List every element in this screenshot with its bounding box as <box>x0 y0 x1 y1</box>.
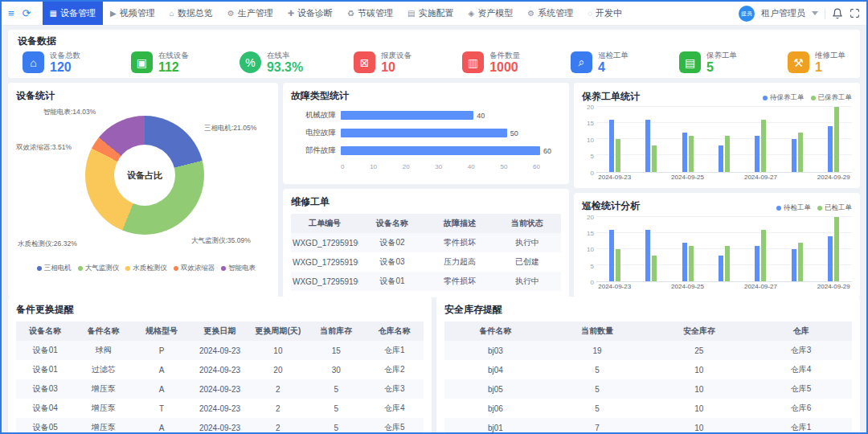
legend-item[interactable]: 已保养工单 <box>811 93 853 103</box>
avatar[interactable]: 提员 <box>739 6 755 22</box>
refresh-icon[interactable]: ⟳ <box>23 7 31 19</box>
table-cell: 零件损坏 <box>426 233 493 252</box>
table-cell: 5 <box>547 379 649 399</box>
kpi-card: ⌂设备总数120 <box>23 51 80 75</box>
table-cell: 2024-09-23 <box>190 399 248 418</box>
collapse-menu-icon[interactable]: ≡ <box>8 7 14 19</box>
fault-chart-title: 故障类型统计 <box>291 89 561 103</box>
legend-dot <box>78 266 83 271</box>
scrapped-device-icon: ⊠ <box>354 51 375 73</box>
table-cell: 设备05 <box>16 418 74 434</box>
table-cell: 19 <box>547 341 649 360</box>
kpi-value: 112 <box>158 61 189 75</box>
table-header-cell: 仓库 <box>750 321 852 341</box>
table-cell: 压力超高 <box>426 252 493 272</box>
legend-label: 已保养工单 <box>818 93 853 103</box>
table-cell: bj06 <box>444 399 547 418</box>
bar-group <box>669 107 706 172</box>
x-axis-labels: 2024-09-232024-09-252024-09-272024-09-29 <box>596 282 852 291</box>
nav-tab[interactable]: ▤实施配置 <box>400 2 461 25</box>
table-cell: 仓库1 <box>366 341 424 360</box>
fault-bar-row: 机械故障40 <box>291 110 561 121</box>
table-row[interactable]: 设备03增压泵A2024-09-2325仓库3 <box>16 379 424 399</box>
table-cell: 仓库5 <box>366 418 424 434</box>
table-row[interactable]: WXGD_17295919000设备02零件损坏执行中 <box>291 233 561 252</box>
app-root: ≡⟳ ▦设备管理▶视频管理⌂数据总览⚙生产管理✚设备诊断♻节碳管理▤实施配置◈资… <box>2 2 866 432</box>
legend-item[interactable]: 待检工单 <box>776 203 811 213</box>
inspection-order-icon: ⌕ <box>571 51 592 73</box>
bar <box>725 136 730 171</box>
tab-icon: ▦ <box>50 9 57 18</box>
table-row[interactable]: bj05510仓库5 <box>444 379 852 399</box>
plot-area <box>596 107 852 173</box>
table-header-row: 工单编号设备名称故障描述当前状态 <box>291 214 561 233</box>
table-cell: 设备03 <box>16 379 74 399</box>
fullscreen-icon[interactable] <box>850 8 860 18</box>
nav-tab[interactable]: ✚设备诊断 <box>280 2 340 25</box>
safety-stock-title: 安全库存提醒 <box>444 303 852 317</box>
bar <box>719 256 723 281</box>
table-cell: 10 <box>249 341 307 360</box>
tab-label: 视频管理 <box>120 7 155 19</box>
legend-item[interactable]: 双效浓缩器 <box>174 264 215 273</box>
nav-tab[interactable]: ♻节碳管理 <box>340 2 400 25</box>
kpi-text: 报废设备10 <box>381 51 411 75</box>
bar <box>689 246 694 281</box>
legend-item[interactable]: 待保养工单 <box>763 93 805 103</box>
table-header-cell: 当前库存 <box>307 321 365 341</box>
axis-tick-label: 20 <box>403 163 410 170</box>
chevron-down-icon[interactable] <box>812 11 818 15</box>
table-row[interactable]: 设备04增压泵T2024-09-2325仓库4 <box>16 399 424 418</box>
tab-icon: ✚ <box>288 9 294 18</box>
username[interactable]: 租户管理员 <box>761 7 805 19</box>
bar <box>609 230 614 281</box>
device-stats-title: 设备统计 <box>16 89 270 103</box>
table-cell: 已创建 <box>493 252 561 272</box>
table-row[interactable]: 设备05增压泵A2024-09-2325仓库5 <box>16 418 424 434</box>
nav-tab[interactable]: ⚙生产管理 <box>220 2 280 25</box>
table-cell: 仓库5 <box>750 379 852 399</box>
legend-item[interactable]: 已检工单 <box>817 203 852 213</box>
nav-tab[interactable]: ▦设备管理 <box>43 2 103 25</box>
legend-label: 大气监测仪 <box>85 264 120 273</box>
legend-item[interactable]: 三相电机 <box>37 264 72 273</box>
legend-item[interactable]: 智能电表 <box>221 264 256 273</box>
table-cell: 设备01 <box>16 360 74 379</box>
fault-bar <box>341 129 507 137</box>
table-row[interactable]: bj06510仓库6 <box>444 399 852 418</box>
table-header-cell: 当前数量 <box>547 321 649 341</box>
table-header-cell: 故障描述 <box>426 214 493 233</box>
table-header-cell: 仓库名称 <box>366 321 424 341</box>
nav-tab[interactable]: ⚙系统管理 <box>520 2 580 25</box>
spare-replace-title: 备件更换提醒 <box>16 303 424 317</box>
legend-label: 已检工单 <box>825 203 852 213</box>
tab-label: 生产管理 <box>238 7 273 19</box>
table-cell: WXGD_17295919000 <box>291 233 358 252</box>
tab-label: 数据总览 <box>178 7 213 19</box>
legend-item[interactable]: 水质检测仪 <box>125 264 167 273</box>
table-row[interactable]: 设备01球阀P2024-09-231015仓库1 <box>16 341 424 360</box>
kpi-card: ▣在线设备112 <box>131 51 189 75</box>
table-row[interactable]: bj01710仓库1 <box>444 418 852 434</box>
table-header-cell: 当前状态 <box>493 214 561 233</box>
table-row[interactable]: bj04510仓库4 <box>444 360 852 379</box>
maintenance-chart-panel: 保养工单统计 待保养工单已保养工单 051015202024-09-232024… <box>574 83 860 188</box>
nav-tab[interactable]: ▶视频管理 <box>103 2 162 25</box>
table-row[interactable]: WXGD_17295919000设备03压力超高已创建 <box>291 252 561 272</box>
legend-dot <box>776 206 781 211</box>
bell-icon[interactable] <box>832 8 843 19</box>
y-axis: 05101520 <box>582 217 596 283</box>
kpi-card: ⌕巡检工单4 <box>571 51 628 75</box>
bar <box>609 120 614 171</box>
table-row[interactable]: WXGD_17295919000设备01零件损坏执行中 <box>291 272 561 291</box>
legend-item[interactable]: 大气监测仪 <box>78 264 120 273</box>
kpi-value: 1 <box>815 61 845 75</box>
table-row[interactable]: bj031925仓库3 <box>444 341 852 360</box>
tab-label: 实施配置 <box>418 7 453 19</box>
table-row[interactable]: 设备01过滤芯A2024-09-232030仓库2 <box>16 360 424 379</box>
fault-category-label: 电控故障 <box>291 128 336 138</box>
bar-group <box>779 217 815 282</box>
nav-tab[interactable]: ◈资产模型 <box>461 2 520 25</box>
nav-tab[interactable]: ⌂数据总览 <box>162 2 220 25</box>
nav-tab[interactable]: ◌开发中 <box>580 2 629 25</box>
